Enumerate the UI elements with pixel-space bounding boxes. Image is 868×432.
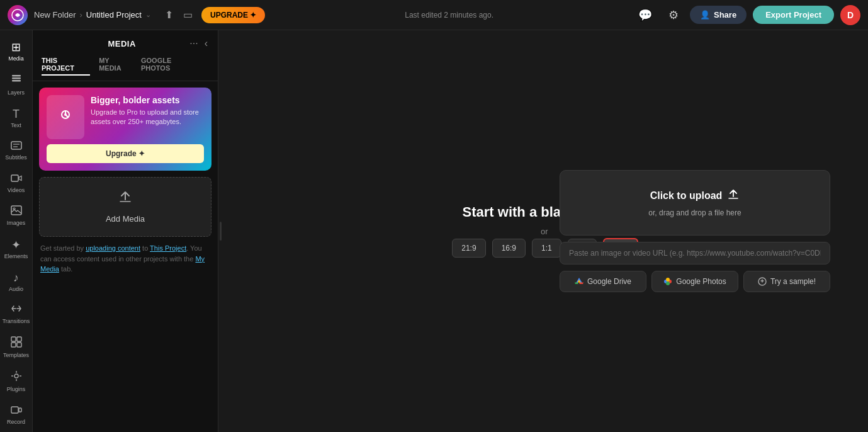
tab-google-photos[interactable]: GOOGLE PHOTOS — [141, 54, 200, 76]
sidebar-item-transitions[interactable]: Transitions — [1, 298, 31, 330]
this-project-link[interactable]: This Project — [150, 244, 186, 252]
sidebar-item-elements[interactable]: ✦ Elements — [1, 233, 31, 265]
upload-title-text: Click to upload — [650, 190, 723, 202]
media-panel-header: MEDIA ··· ‹ — [33, 30, 218, 54]
plugins-icon — [11, 370, 22, 385]
media-panel-body: Bigger, bolder assets Upgrade to Pro to … — [33, 81, 218, 432]
topbar: New Folder › Untitled Project ⌄ ⬆ ▭ UPGR… — [0, 0, 868, 30]
panel-divider-handle — [220, 222, 222, 241]
sidebar-label-audio: Audio — [9, 286, 23, 293]
ratio-21-9[interactable]: 21:9 — [452, 239, 485, 258]
upload-arrow-icon — [727, 188, 740, 203]
folder-name: New Folder — [34, 10, 76, 20]
upgrade-card-inner: Bigger, bolder assets Upgrade to Pro to … — [47, 95, 204, 139]
svg-point-25 — [666, 278, 670, 281]
topbar-center: Last edited 2 minutes ago. — [271, 11, 627, 20]
tab-this-project[interactable]: THIS PROJECT — [42, 54, 90, 76]
icon-sidebar: ⊞ Media Layers T Text Subtitles Videos — [0, 30, 33, 432]
sidebar-item-layers[interactable]: Layers — [1, 69, 31, 101]
upgrade-text: Bigger, bolder assets Upgrade to Pro to … — [91, 95, 204, 139]
breadcrumb-separator: › — [79, 10, 82, 20]
audio-icon: ♪ — [13, 271, 19, 285]
google-drive-button[interactable]: Google Drive — [560, 271, 646, 292]
sidebar-label-images: Images — [7, 220, 26, 227]
user-avatar[interactable]: D — [840, 5, 860, 25]
google-photos-button[interactable]: Google Photos — [651, 271, 738, 292]
url-input[interactable] — [560, 242, 830, 264]
media-tabs: THIS PROJECT MY MEDIA GOOGLE PHOTOS — [33, 54, 218, 81]
upgrade-button[interactable]: UPGRADE ✦ — [201, 7, 265, 23]
share-button[interactable]: 👤 Share — [690, 6, 747, 24]
sidebar-label-record: Record — [7, 419, 25, 426]
sidebar-label-text: Text — [11, 122, 21, 129]
upload-box[interactable]: Click to upload or, drag and drop a file… — [560, 170, 830, 236]
svg-rect-13 — [17, 343, 21, 347]
svg-point-26 — [666, 281, 670, 285]
svg-point-14 — [14, 374, 18, 378]
export-button[interactable]: Export Project — [753, 6, 834, 24]
or-text: or — [541, 227, 548, 236]
tab-my-media[interactable]: MY MEDIA — [99, 54, 132, 76]
text-icon: T — [13, 108, 20, 121]
upload-side: or Click to upload or, drag and drop a f… — [560, 170, 830, 292]
sidebar-item-templates[interactable]: Templates — [1, 331, 31, 364]
settings-button[interactable]: ⚙ — [663, 6, 684, 25]
gphotos-label: Google Photos — [676, 277, 726, 286]
my-media-link[interactable]: My Media — [40, 255, 205, 273]
sidebar-item-text[interactable]: T Text — [1, 103, 31, 134]
elements-icon: ✦ — [11, 238, 21, 252]
app-logo[interactable] — [8, 5, 28, 25]
svg-rect-20 — [19, 408, 21, 412]
svg-rect-4 — [11, 142, 21, 149]
sidebar-item-record[interactable]: Record — [1, 399, 31, 431]
preview-button[interactable]: ▭ — [181, 6, 195, 23]
upgrade-card-button[interactable]: Upgrade ✦ — [47, 144, 204, 163]
svg-rect-1 — [12, 77, 21, 79]
sidebar-label-videos: Videos — [8, 187, 25, 194]
collapse-panel-button[interactable]: ‹ — [203, 37, 209, 50]
add-media-card[interactable]: Add Media — [39, 177, 211, 237]
sidebar-item-audio[interactable]: ♪ Audio — [1, 266, 31, 298]
sidebar-item-videos[interactable]: Videos — [1, 168, 31, 199]
svg-point-22 — [64, 113, 67, 116]
subtitles-icon — [11, 140, 22, 153]
templates-icon — [11, 336, 22, 351]
try-sample-button[interactable]: Try a sample! — [743, 271, 830, 292]
sidebar-label-plugins: Plugins — [7, 386, 26, 393]
project-name[interactable]: Untitled Project — [86, 10, 142, 20]
more-options-button[interactable]: ··· — [187, 37, 200, 50]
svg-rect-2 — [12, 80, 21, 82]
svg-rect-10 — [11, 337, 16, 341]
sidebar-item-subtitles[interactable]: Subtitles — [1, 135, 31, 166]
upgrade-thumb — [47, 95, 84, 139]
upload-source-row: Google Drive Google Photos Try a sample! — [560, 271, 830, 292]
comments-button[interactable]: 💬 — [633, 6, 657, 25]
sidebar-item-plugins[interactable]: Plugins — [1, 365, 31, 398]
upgrade-description: Upgrade to Pro to upload and store asset… — [91, 108, 204, 127]
svg-rect-12 — [11, 343, 16, 347]
topbar-actions-left: ⬆ ▭ — [162, 6, 195, 23]
svg-rect-7 — [11, 175, 18, 181]
sidebar-label-transitions: Transitions — [3, 318, 30, 325]
last-edited-text: Last edited 2 minutes ago. — [405, 11, 493, 20]
sidebar-item-images[interactable]: Images — [1, 200, 31, 232]
upload-link[interactable]: uploading content — [86, 244, 140, 252]
sidebar-label-elements: Elements — [4, 253, 28, 260]
ratio-1-1[interactable]: 1:1 — [532, 239, 561, 258]
sidebar-item-media[interactable]: ⊞ Media — [1, 35, 31, 67]
upload-box-title: Click to upload — [650, 188, 740, 203]
svg-rect-8 — [11, 206, 21, 215]
record-icon — [11, 404, 22, 418]
upload-button[interactable]: ⬆ — [162, 6, 176, 23]
chevron-down-icon[interactable]: ⌄ — [145, 11, 151, 19]
share-icon: 👤 — [700, 10, 710, 20]
svg-rect-19 — [11, 407, 18, 413]
videos-icon — [11, 173, 22, 186]
sidebar-label-templates: Templates — [3, 352, 29, 359]
upload-subtitle: or, drag and drop a file here — [648, 208, 741, 217]
media-panel: MEDIA ··· ‹ THIS PROJECT MY MEDIA GOOGLE… — [33, 30, 218, 432]
ratio-16-9[interactable]: 16:9 — [492, 239, 526, 258]
layers-icon — [11, 74, 22, 88]
upgrade-title: Bigger, bolder assets — [91, 95, 204, 105]
add-media-icon — [118, 190, 133, 209]
